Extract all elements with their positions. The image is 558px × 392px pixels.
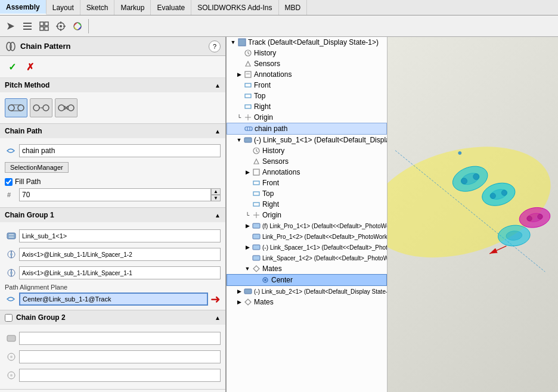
tree-item-linksub1[interactable]: ▼ (-) Link_sub_1<1> (Default<Default_Dis… (227, 135, 387, 145)
tree-item-right1[interactable]: Right (227, 101, 387, 112)
tree-item-origin1[interactable]: └ Origin (227, 112, 387, 123)
group2-item-3[interactable] (19, 369, 221, 382)
menu-tab-layout[interactable]: Layout (46, 0, 80, 15)
toolbar-btn-target[interactable] (52, 18, 69, 35)
tree-item-sub-right[interactable]: Right (227, 199, 387, 210)
tree-item-linkspacer1-1[interactable]: ▶ (-) Link_Spacer_1<1> (Default<<Default… (227, 242, 387, 253)
pitch-method-content (0, 92, 225, 123)
viewport-canvas (388, 37, 558, 392)
tree-sensors1-arrow (235, 60, 243, 68)
menu-bar: Assembly Layout Sketch Markup Evaluate S… (0, 0, 558, 15)
svg-rect-40 (238, 39, 246, 46)
tree-item-linksub2[interactable]: ▶ (-) Link_sub_2<1> (Default<Default_Dis… (227, 286, 387, 297)
toolbar-btn-color[interactable] (69, 18, 86, 35)
tree-item-history1[interactable]: History (227, 48, 387, 58)
cancel-button[interactable]: ✗ (23, 60, 37, 74)
section-chain-path: Chain Path ▲ SelectionManager (0, 124, 225, 208)
distance-spin-down[interactable]: ▼ (211, 195, 221, 201)
group1-item-3-label: Axis<1>@Link_sub_1-1/Link_Spacer_1-1 (22, 270, 132, 276)
pitch-method-header[interactable]: Pitch Method ▲ (0, 78, 225, 92)
tree-item-center[interactable]: Center (227, 274, 387, 286)
tree-item-sensors1[interactable]: Sensors (227, 58, 387, 69)
tree-linkpro1-1-label: (f) Link_Pro_1<1> (Default<<Default>_Pho… (262, 223, 388, 229)
tree-center-icon (261, 275, 270, 285)
right-panel: ▼ Track (Default<Default_Display State-1… (227, 37, 558, 392)
group1-item-3-row: Axis<1>@Link_sub_1-1/Link_Spacer_1-1 (5, 265, 221, 281)
tree-item-sub-top[interactable]: Top (227, 188, 387, 199)
tree-item-linkpro1-2[interactable]: Link_Pro_1<2> (Default<<Default>_PhotoWo… (227, 231, 387, 242)
distance-spin-up[interactable]: ▲ (211, 188, 221, 195)
chain-group2-checkbox[interactable] (5, 314, 13, 322)
toolbar-btn-list[interactable] (19, 18, 36, 35)
tree-mates1-arrow: ▼ (243, 265, 252, 273)
svg-point-37 (10, 356, 13, 358)
chain-group1-content: Link_sub_1<1> Axis<1>@Link_sub_1-1/Link_… (0, 222, 225, 310)
menu-tab-solidworks-addins[interactable]: SOLIDWORKS Add-Ins (191, 0, 278, 15)
group2-item-1[interactable] (19, 332, 221, 345)
panel-title: Chain Pattern (20, 42, 209, 51)
chain-path-header[interactable]: Chain Path ▲ (0, 124, 225, 138)
group1-item-2[interactable]: Axis<1>@Link_sub_1-1/Link_Spacer_1-2 (19, 248, 221, 261)
tree-item-mates1[interactable]: ▼ Mates (227, 263, 387, 274)
svg-rect-1 (23, 26, 32, 27)
group1-item-3[interactable]: Axis<1>@Link_sub_1-1/Link_Spacer_1-1 (19, 266, 221, 279)
pitch-btn-2[interactable] (30, 98, 52, 117)
toolbar-btn-grid[interactable] (36, 18, 52, 35)
tree-item-mates-root[interactable]: ▶ Mates (227, 297, 387, 307)
group2-item-2[interactable] (19, 350, 221, 363)
tree-history1-arrow (235, 49, 243, 57)
selection-manager-button[interactable]: SelectionManager (5, 162, 69, 173)
tree-linkpro1-1-arrow: ▶ (243, 222, 252, 230)
menu-tab-assembly[interactable]: Assembly (0, 0, 46, 15)
tree-item-chainpath[interactable]: chain path (227, 123, 387, 135)
tree-linkspacer1-1-icon (252, 242, 261, 252)
chain-group1-header[interactable]: Chain Group 1 ▲ (0, 208, 225, 222)
menu-tab-sketch[interactable]: Sketch (80, 0, 115, 15)
tree-top1-icon (243, 91, 253, 101)
svg-rect-63 (253, 256, 260, 260)
confirm-button[interactable]: ✓ (5, 60, 19, 74)
group1-item-2-label: Axis<1>@Link_sub_1-1/Link_Spacer_1-2 (22, 251, 132, 258)
menu-tab-markup[interactable]: Markup (114, 0, 151, 15)
group1-item-1[interactable]: Link_sub_1<1> (19, 229, 221, 242)
tree-item-sub-annotations[interactable]: ▶ Annotations (227, 167, 387, 178)
chain-group2-header[interactable]: Chain Group 2 ▲ (0, 310, 225, 325)
chain-path-input[interactable] (19, 144, 221, 157)
pitch-method-buttons (5, 98, 221, 117)
section-pitch-method: Pitch Method ▲ (0, 78, 225, 124)
svg-point-20 (33, 105, 39, 111)
svg-rect-52 (244, 138, 252, 142)
tree-center-label: Center (271, 276, 293, 284)
tree-linkspacer1-2-icon (252, 253, 261, 263)
fill-path-label: Fill Path (15, 178, 41, 186)
group1-item-2-row: Axis<1>@Link_sub_1-1/Link_Spacer_1-2 (5, 246, 221, 263)
fill-path-row: Fill Path (5, 178, 221, 186)
tree-item-sub-history[interactable]: History (227, 145, 387, 156)
tree-item-front1[interactable]: Front (227, 80, 387, 91)
tree-mates-root-icon (243, 297, 253, 307)
tree-annotations1-label: Annotations (254, 70, 292, 79)
tree-item-sub-origin[interactable]: └ Origin (227, 210, 387, 220)
path-align-input[interactable] (19, 293, 208, 306)
chain-group2-chevron: ▲ (215, 315, 221, 321)
feature-tree: ▼ Track (Default<Default_Display State-1… (227, 37, 388, 392)
fill-path-checkbox[interactable] (5, 178, 13, 186)
pitch-btn-1[interactable] (5, 98, 27, 117)
distance-row: # ▲ ▼ (5, 188, 221, 201)
svg-point-67 (388, 128, 558, 276)
tree-root[interactable]: ▼ Track (Default<Default_Display State-1… (227, 37, 387, 48)
pitch-btn-3[interactable] (55, 98, 78, 117)
tree-item-sub-front[interactable]: Front (227, 178, 387, 188)
distance-input[interactable] (19, 188, 211, 201)
tree-item-annotations1[interactable]: ▶ Annotations (227, 69, 387, 80)
tree-sub-front-label: Front (262, 179, 279, 187)
tree-item-top1[interactable]: Top (227, 91, 387, 101)
tree-item-sub-sensors[interactable]: Sensors (227, 156, 387, 167)
tree-item-linkpro1-1[interactable]: ▶ (f) Link_Pro_1<1> (Default<<Default>_P… (227, 220, 387, 231)
svg-point-24 (68, 105, 74, 111)
help-button[interactable]: ? (209, 41, 221, 52)
toolbar-btn-arrow[interactable] (2, 18, 19, 35)
menu-tab-evaluate[interactable]: Evaluate (151, 0, 191, 15)
tree-item-linkspacer1-2[interactable]: Link_Spacer_1<2> (Default<<Default>_Phot… (227, 253, 387, 263)
menu-tab-mbd[interactable]: MBD (279, 0, 308, 15)
